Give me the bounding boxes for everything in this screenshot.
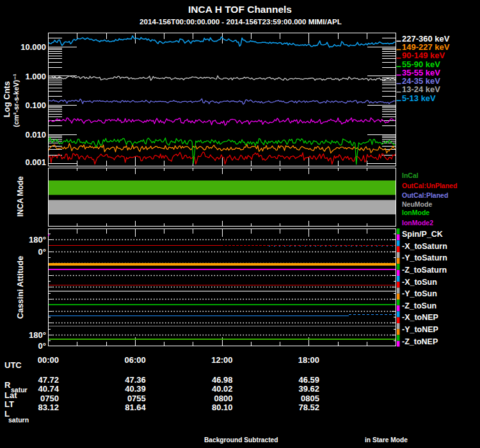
- svg-text:180°: 180°: [29, 235, 46, 244]
- svg-text:2014-156T00:00:00.000 - 2014-1: 2014-156T00:00:00.000 - 2014-156T23:59:0…: [140, 17, 342, 26]
- svg-text:-Z_toSun: -Z_toSun: [402, 301, 436, 310]
- svg-text:Lat: Lat: [4, 390, 17, 400]
- svg-text:0800: 0800: [214, 394, 233, 403]
- svg-text:0805: 0805: [301, 394, 319, 403]
- svg-text:1.000: 1.000: [25, 72, 46, 81]
- svg-text:-Y_toSaturn: -Y_toSaturn: [402, 253, 447, 262]
- svg-text:InCal: InCal: [402, 172, 419, 179]
- svg-text:46.98: 46.98: [212, 375, 233, 385]
- svg-text:-X_toNEP: -X_toNEP: [402, 313, 438, 322]
- svg-text:-Z_toNEP: -Z_toNEP: [402, 337, 438, 346]
- svg-text:NeuMode: NeuMode: [402, 200, 432, 208]
- svg-text:180°: 180°: [29, 330, 46, 340]
- svg-text:10.000: 10.000: [20, 42, 46, 52]
- svg-text:-Y_toSun: -Y_toSun: [402, 289, 437, 298]
- svg-text:OutCal:Planed: OutCal:Planed: [402, 191, 448, 199]
- svg-text:R: R: [4, 380, 11, 390]
- svg-text:in Stare Mode: in Stare Mode: [365, 436, 408, 444]
- svg-text:06:00: 06:00: [125, 355, 146, 365]
- svg-text:78.52: 78.52: [298, 403, 319, 412]
- svg-text:00:00: 00:00: [38, 355, 59, 365]
- svg-text:0.001: 0.001: [25, 157, 46, 167]
- svg-text:0°: 0°: [38, 341, 46, 351]
- svg-text:IonMode: IonMode: [402, 209, 429, 216]
- svg-text:Spin/P_CK: Spin/P_CK: [402, 230, 443, 239]
- svg-text:47.36: 47.36: [125, 375, 146, 385]
- svg-text:39.62: 39.62: [298, 384, 319, 394]
- svg-text:Cassini Attitude: Cassini Attitude: [15, 256, 25, 319]
- svg-text:-Y_toNEP: -Y_toNEP: [402, 325, 438, 334]
- svg-text:46.59: 46.59: [298, 375, 319, 385]
- svg-text:40.74: 40.74: [38, 384, 59, 394]
- svg-text:-Z_toSaturn: -Z_toSaturn: [402, 266, 447, 275]
- svg-text:40.02: 40.02: [212, 384, 233, 394]
- svg-text:UTC: UTC: [4, 360, 22, 370]
- svg-text:-X_toSun: -X_toSun: [402, 278, 437, 287]
- svg-text:83.12: 83.12: [38, 403, 59, 412]
- svg-text:0750: 0750: [40, 394, 59, 403]
- svg-text:-X_toSaturn: -X_toSaturn: [402, 242, 447, 251]
- svg-text:Log Cnts: Log Cnts: [2, 81, 12, 117]
- svg-text:18:00: 18:00: [298, 355, 319, 365]
- svg-text:47.72: 47.72: [38, 375, 59, 385]
- svg-text:INCA Mode: INCA Mode: [16, 176, 25, 217]
- svg-text:Background Subtracted: Background Subtracted: [204, 436, 278, 444]
- svg-text:(cm²-sr-s-keV)⁻¹: (cm²-sr-s-keV)⁻¹: [12, 74, 20, 127]
- svg-text:INCA H TOF Channels: INCA H TOF Channels: [188, 4, 292, 15]
- svg-text:0755: 0755: [127, 394, 146, 403]
- svg-text:5-13 keV: 5-13 keV: [402, 93, 436, 103]
- svg-text:OutCal:UnPlaned: OutCal:UnPlaned: [402, 182, 457, 189]
- svg-text:0°: 0°: [38, 247, 46, 257]
- svg-text:0.100: 0.100: [25, 100, 46, 110]
- svg-text:IonMode2: IonMode2: [402, 219, 433, 227]
- svg-text:0.010: 0.010: [25, 130, 46, 140]
- svg-text:12:00: 12:00: [211, 355, 232, 365]
- svg-text:saturn: saturn: [8, 416, 29, 424]
- svg-text:LT: LT: [4, 399, 14, 409]
- svg-text:81.64: 81.64: [125, 403, 146, 412]
- svg-text:80.10: 80.10: [212, 403, 233, 412]
- svg-text:40.39: 40.39: [125, 384, 146, 394]
